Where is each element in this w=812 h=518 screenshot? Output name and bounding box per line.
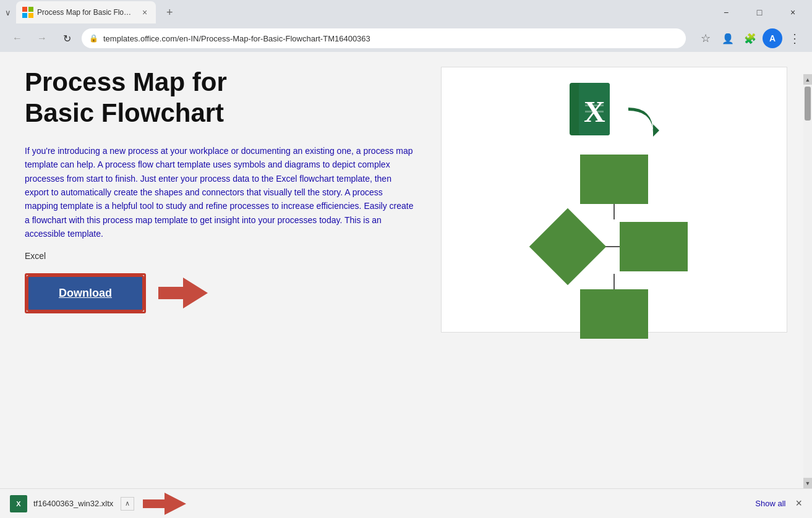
download-section: Download (25, 273, 416, 313)
download-file-icon: X (10, 495, 27, 512)
tab-close-btn[interactable]: × (140, 6, 150, 19)
scroll-thumb[interactable] (805, 87, 811, 121)
new-tab-btn[interactable]: + (161, 4, 178, 21)
annotation-arrow-right (158, 278, 208, 308)
fc-right-rect (620, 222, 688, 271)
url-text: templates.office.com/en-IN/Process-Map-f… (103, 34, 678, 43)
overflow-btn[interactable]: ∨ (5, 8, 11, 17)
right-panel: X (441, 67, 787, 451)
profile-access-btn[interactable]: 👤 (718, 28, 738, 48)
page-content: Process Map for Basic Flowchart If you'r… (0, 52, 812, 466)
left-panel: Process Map for Basic Flowchart If you'r… (25, 67, 416, 451)
download-btn[interactable]: Download (27, 275, 144, 312)
preview-container: X (441, 67, 787, 333)
window-controls: − □ × (712, 3, 807, 22)
bookmark-btn[interactable]: ☆ (696, 28, 716, 48)
excel-icon: X (566, 80, 625, 138)
maximize-btn[interactable]: □ (745, 3, 774, 22)
fc-connector-v1 (613, 204, 615, 219)
lock-icon: 🔒 (89, 34, 98, 43)
profile-btn[interactable]: A (763, 28, 782, 48)
close-btn[interactable]: × (779, 3, 807, 22)
bottom-bar-right: Show all × (755, 497, 802, 510)
browser-menu-btn[interactable]: ⋮ (785, 28, 805, 48)
bottom-bar: X tf16400363_win32.xltx ∧ Show all × (0, 488, 812, 518)
filename-controls: ∧ (121, 497, 134, 511)
address-bar: ← → ↻ 🔒 templates.office.com/en-IN/Proce… (0, 25, 812, 52)
toolbar-icons: ☆ 👤 🧩 A ⋮ (696, 28, 805, 48)
scroll-up-btn[interactable]: ▲ (803, 74, 812, 85)
svg-rect-4 (585, 104, 604, 106)
active-tab[interactable]: Process Map for Basic Flowchart × (16, 1, 156, 23)
back-btn[interactable]: ← (7, 28, 27, 48)
fc-top-rect (580, 155, 648, 204)
fc-connector-v2 (613, 274, 615, 289)
chevron-up-btn[interactable]: ∧ (121, 497, 134, 511)
download-wrapper: Download (25, 273, 146, 313)
app-type: Excel (25, 251, 416, 261)
tab-title: Process Map for Basic Flowchart (37, 8, 136, 17)
scroll-down-btn[interactable]: ▼ (803, 478, 812, 488)
fc-bottom-rect (580, 289, 648, 339)
description: If you're introducing a new process at y… (25, 144, 416, 241)
show-all-btn[interactable]: Show all (755, 499, 785, 508)
download-curve-arrow (622, 104, 662, 145)
svg-marker-0 (158, 278, 208, 308)
tab-favicon (22, 7, 33, 18)
svg-rect-5 (585, 111, 604, 113)
minimize-btn[interactable]: − (712, 3, 740, 22)
svg-marker-6 (143, 493, 186, 515)
page-title: Process Map for Basic Flowchart (25, 67, 416, 129)
refresh-btn[interactable]: ↻ (57, 28, 77, 48)
close-download-btn[interactable]: × (795, 497, 802, 510)
scrollbar-track[interactable]: ▲ ▼ (803, 74, 812, 488)
download-filename: tf16400363_win32.xltx (33, 499, 113, 508)
fc-diamond (529, 208, 606, 285)
extensions-btn[interactable]: 🧩 (740, 28, 760, 48)
url-bar[interactable]: 🔒 templates.office.com/en-IN/Process-Map… (82, 28, 686, 48)
title-bar: ∨ Process Map for Basic Flowchart × + (0, 0, 812, 25)
annotation-arrow-bottom (143, 491, 186, 516)
forward-btn[interactable]: → (32, 28, 52, 48)
